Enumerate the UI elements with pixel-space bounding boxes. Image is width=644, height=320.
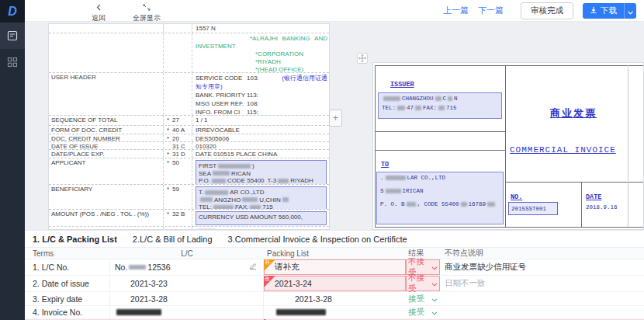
user-header-values: SERVICE CODE103: (银行通信用证通 知专用章) BANK. PR… [192,73,329,115]
beneficiary-highlight[interactable]: T.AR CO.,LTD ANGZHOU,CHIN TEL:FAX:715 [196,186,327,210]
invoice-date-label: DATE [586,193,601,201]
packing-list-cell[interactable]: 补 请补充 [264,259,406,275]
col-terms: Terms [25,248,110,259]
document-viewer: 1557 N *ALRAJHI BANKING AND INVESTMENT *… [25,22,644,230]
table-row: 1. L/C No. No.12536 补 请补充 不接受 商业发票缺少信用证号 [25,259,644,276]
chevron-down-icon [431,279,438,288]
invoice-date-value: 2018.9.16 [586,204,618,210]
col-lc: L/C [110,248,264,259]
to-label: TO [381,161,389,169]
caret-down-icon [628,4,633,18]
chevron-left-icon [95,0,102,14]
topbar: 返回 全屏显示 上一篇 下一篇 审核完成 下载 [25,0,644,22]
result-select[interactable]: 接受 [406,292,440,305]
lc-value-cell[interactable] [110,306,264,318]
col-packing-list: Packing List [264,248,406,259]
table-row: 3. Expiry date 2021-3-28 2021-3-28 接受 [25,292,644,306]
note-cell[interactable]: 日期不一致 [440,276,644,291]
download-split-button: 下载 [583,3,636,19]
download-options-button[interactable] [624,3,636,19]
expand-icon [143,0,151,14]
issuer-highlight[interactable]: CHANGZHOUCN TEL:47FAX:715 [378,92,502,119]
commercial-invoice-document[interactable]: ISSUER CHANGZHOUCN TEL:47FAX:715 商业发票 CO… [372,62,644,230]
to-highlight[interactable]: .LAR CO.,LTD SIRICAN P. O. B, CODE 55400… [376,172,504,224]
sidebar-item-documents[interactable] [0,23,25,49]
result-select[interactable]: 不接受 [406,276,440,291]
zoom-in-button[interactable]: + [329,110,342,127]
download-button[interactable]: 下载 [583,3,624,19]
swift-ref-line: 1557 N [192,24,329,33]
note-cell[interactable] [440,292,644,305]
table-row: 4. Invoice No. 接受 [25,306,644,319]
table-header: Terms L/C Packing List 结果 不符点说明 [25,248,644,259]
issuer-label: ISSUER [390,81,414,89]
tab-lc-packing-list[interactable]: 1. L/C & Packing List [33,235,117,244]
invoice-title-en: COMMERCIAL INVOICE [510,145,616,155]
lc-value-cell[interactable]: 2021-3-28 [110,292,264,305]
packing-list-cell[interactable]: 2021-3-28 [264,292,406,305]
back-button[interactable]: 返回 [85,0,112,22]
lc-swift-document[interactable]: 1557 N *ALRAJHI BANKING AND INVESTMENT *… [48,23,330,230]
tab-lc-bill-of-lading[interactable]: 2.L/C & Bill of Lading [133,235,213,244]
chevron-down-icon [431,294,438,304]
note-cell[interactable]: 商业发票缺少信用证号 [440,259,644,275]
document-icon [7,30,18,41]
note-cell[interactable] [440,306,644,318]
invoice-title-cn: 商业发票 [550,106,597,120]
review-complete-button[interactable]: 审核完成 [521,2,573,19]
amount-highlight[interactable]: CURRENCY USD AMOUNT 560,000, [196,211,327,225]
applicant-highlight[interactable]: FIRST) SEARICAN P.O.CODE 55400T-3RIYADH [196,160,327,185]
col-note: 不符点说明 [440,248,644,259]
invoice-no-label: NO. [511,193,522,201]
result-select[interactable]: 接受 [406,306,440,318]
comparison-panel: 1. L/C & Packing List 2.L/C & Bill of La… [25,230,644,320]
sidebar-item-apps[interactable] [0,49,25,75]
app-logo: D [0,0,25,23]
download-icon [590,6,597,16]
next-doc-link[interactable]: 下一篇 [478,5,504,16]
lc-value-cell[interactable]: 2021-3-23 [110,276,264,291]
chevron-down-icon [431,308,438,317]
app-root: D 返回 全屏显示 上一篇 下一篇 审核完成 [0,0,644,320]
tab-invoice-inspection[interactable]: 3.Commercial Invoice & Inspection on Cer… [228,235,407,244]
receiving-bank-block: *ALRAJHI BANKING AND INVESTMENT *CORPORA… [192,33,329,72]
sidebar: D [0,0,25,320]
packing-list-cell[interactable] [264,306,406,318]
invoice-no-highlight[interactable]: 2015SST001 [508,202,558,215]
table-row: 2. Date of issue 2021-3-23 改 2021-3-24 不… [25,276,644,292]
prev-doc-link[interactable]: 上一篇 [443,5,469,16]
field-name: USER HEADER [49,73,164,115]
edit-icon[interactable] [249,263,257,272]
chevron-down-icon [431,263,438,272]
packing-list-cell[interactable]: 改 2021-3-24 [264,276,406,291]
lc-value-cell[interactable]: No.12536 [110,259,264,275]
fullscreen-button[interactable]: 全屏显示 [129,0,164,22]
grid-icon [7,57,18,68]
comparison-tabs: 1. L/C & Packing List 2.L/C & Bill of La… [25,231,644,248]
move-handle-icon[interactable] [357,53,368,64]
